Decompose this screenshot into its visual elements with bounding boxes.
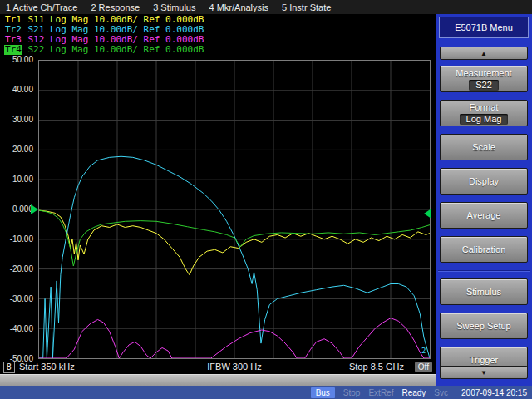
softkey-label: Format	[470, 102, 499, 113]
menu-group-divider	[438, 270, 530, 272]
softkey-label: Measurement	[456, 68, 511, 79]
taskbar-strip	[0, 374, 436, 386]
graph-area	[38, 60, 431, 359]
y-axis-label: -20.00	[10, 264, 33, 273]
scroll-down-button[interactable]: ▼	[440, 366, 528, 379]
menu-item-4[interactable]: 4 Mkr/Analysis	[209, 2, 268, 12]
stimulus-info-row: 8 Start 350 kHz IFBW 300 Hz Stop 8.5 GHz…	[0, 361, 436, 374]
softkey-sidebar: E5071B Menu ▲ MeasurementS22FormatLog Ma…	[436, 14, 532, 386]
softkey-value: S22	[469, 80, 499, 91]
status-bus: Bus	[311, 387, 335, 398]
y-axis-label: 20.00	[12, 145, 33, 154]
datetime-label: 2007-09-14 20:15	[461, 388, 527, 397]
status-indicators: BusStopExtRefReadySvc	[311, 387, 448, 398]
menu-item-3[interactable]: 3 Stimulus	[153, 2, 195, 12]
menu-item-2[interactable]: 2 Response	[91, 2, 140, 12]
y-axis-label: -40.00	[10, 324, 33, 333]
menu-bar: 1 Active Ch/Trace2 Response3 Stimulus4 M…	[0, 0, 532, 14]
softkey-average[interactable]: Average	[440, 202, 528, 229]
softkey-sweep-setup[interactable]: Sweep Setup	[440, 313, 528, 339]
trace-settings-label: S22 Log Mag 10.00dB/ Ref 0.000dB	[22, 44, 204, 55]
channel-indicator: 8	[3, 362, 15, 373]
softkey-format[interactable]: FormatLog Mag	[440, 100, 528, 126]
trace2-offscreen-indicator: 2	[421, 347, 426, 355]
softkey-menu-title: E5071B Menu	[439, 17, 529, 38]
plot-canvas	[39, 61, 430, 358]
y-axis-label: -30.00	[10, 294, 33, 303]
y-axis-label: -10.00	[10, 234, 33, 244]
y-axis-label: 40.00	[12, 85, 33, 94]
softkey-measurement[interactable]: MeasurementS22	[440, 66, 528, 92]
scroll-up-icon: ▲	[480, 50, 487, 57]
stop-frequency-label: Stop 8.5 GHz	[349, 362, 404, 372]
softkey-label: Scale	[472, 142, 495, 153]
y-axis-label: 10.00	[12, 175, 33, 184]
status-stop: Stop	[343, 388, 361, 397]
trace-legend-row-tr4[interactable]: Tr4 S22 Log Mag 10.00dB/ Ref 0.000dB	[4, 45, 204, 55]
menu-item-1[interactable]: 1 Active Ch/Trace	[6, 2, 77, 12]
softkey-label: Stimulus	[466, 287, 501, 298]
trace-legend: Tr1 S11 Log Mag 10.00dB/ Ref 0.000dBTr2 …	[4, 15, 204, 55]
status-extref: ExtRef	[368, 388, 393, 397]
menu-item-5[interactable]: 5 Instr State	[282, 2, 331, 12]
y-axis-labels: 50.0040.0030.0020.0010.000.000-10.00-20.…	[0, 0, 36, 399]
softkey-label: Trigger	[470, 355, 498, 366]
softkey-label: Calibration	[462, 244, 506, 255]
softkey-stimulus[interactable]: Stimulus	[440, 278, 528, 305]
softkey-label: Average	[467, 210, 501, 221]
softkey-display[interactable]: Display	[440, 168, 528, 195]
scroll-up-button[interactable]: ▲	[440, 47, 528, 60]
averaging-off-badge: Off	[415, 362, 432, 372]
ref-level-marker-left	[31, 204, 38, 214]
softkey-value: Log Mag	[460, 114, 509, 125]
status-svc: Svc	[434, 388, 448, 397]
softkey-label: Sweep Setup	[456, 321, 510, 332]
trace-id-label: Tr4	[4, 45, 22, 55]
softkey-label: Display	[469, 176, 499, 187]
y-axis-label: 30.00	[12, 115, 33, 124]
softkey-calibration[interactable]: Calibration	[440, 236, 528, 263]
status-ready: Ready	[401, 388, 426, 397]
y-axis-label: 50.00	[12, 55, 33, 64]
screen: { "menu_bar": { "items": ["1 Active Ch/T…	[0, 0, 532, 399]
status-bar: BusStopExtRefReadySvc 2007-09-14 20:15	[0, 386, 532, 399]
scroll-down-icon: ▼	[480, 369, 487, 377]
softkey-menu: MeasurementS22FormatLog MagScaleDisplayA…	[436, 66, 532, 373]
ref-level-marker-right	[424, 209, 431, 219]
softkey-scale[interactable]: Scale	[440, 134, 528, 160]
